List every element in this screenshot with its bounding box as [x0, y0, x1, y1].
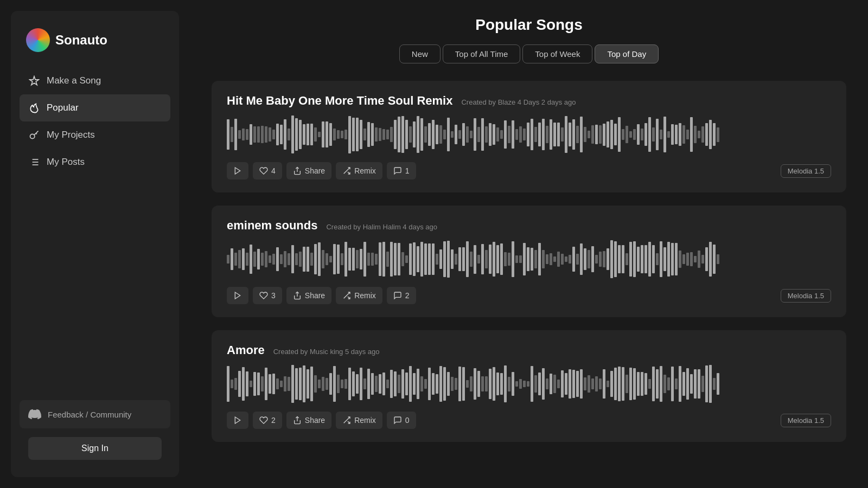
waveform-bar	[352, 248, 355, 270]
waveform-bar	[310, 124, 313, 145]
waveform-bar	[424, 243, 427, 275]
waveform-bar	[644, 245, 647, 273]
sign-in-button[interactable]: Sign In	[28, 437, 162, 460]
play-button[interactable]	[227, 287, 248, 304]
waveform-bar	[314, 375, 317, 393]
waveform-bar	[588, 375, 590, 393]
waveform[interactable]	[227, 240, 831, 278]
waveform-bar	[284, 251, 286, 267]
waveform-bar	[550, 253, 552, 265]
waveform-bar	[656, 253, 659, 265]
waveform-bar	[485, 250, 488, 268]
waveform-bar	[322, 121, 324, 147]
waveform-bar	[671, 367, 674, 401]
waveform-bar	[257, 249, 260, 270]
waveform-bar	[238, 250, 241, 269]
waveform-bar	[603, 369, 605, 399]
waveform-bar	[318, 242, 321, 275]
waveform-bar	[546, 254, 548, 264]
waveform-bar	[496, 127, 499, 142]
waveform-bar	[231, 127, 233, 142]
comment-button[interactable]: 1	[387, 162, 416, 179]
comment-button[interactable]: 2	[387, 287, 416, 304]
song-header: Hit Me Baby One More Time Soul Remix Cre…	[227, 94, 831, 108]
key-icon	[28, 129, 40, 141]
sidebar-item-my-projects[interactable]: My Projects	[20, 121, 170, 149]
waveform-bar	[538, 373, 541, 395]
like-button[interactable]: 3	[253, 287, 282, 304]
waveform-bar	[379, 128, 381, 141]
like-count: 3	[271, 291, 276, 300]
waveform-bar	[405, 255, 408, 264]
app-logo-icon	[26, 28, 50, 52]
waveform-bar	[705, 365, 708, 402]
waveform-bar	[519, 379, 522, 388]
tab-new[interactable]: New	[399, 44, 441, 63]
sidebar-item-popular[interactable]: Popular	[20, 94, 170, 121]
waveform-bar	[310, 367, 313, 401]
waveform-bar	[326, 378, 328, 390]
waveform-bar	[519, 126, 522, 143]
waveform-bar	[307, 124, 309, 146]
waveform-bar	[565, 116, 567, 153]
tab-top-day[interactable]: Top of Day	[595, 44, 659, 63]
share-button[interactable]: Share	[286, 162, 331, 179]
comment-icon	[393, 291, 402, 300]
remix-button[interactable]: Remix	[336, 162, 382, 179]
waveform-bar	[318, 380, 321, 388]
like-button[interactable]: 4	[253, 162, 282, 179]
tab-top-all-time[interactable]: Top of All Time	[443, 44, 521, 63]
play-button[interactable]	[227, 412, 248, 429]
feedback-community-button[interactable]: Feedback / Community	[20, 400, 170, 428]
comment-count: 0	[405, 416, 410, 425]
remix-icon	[342, 291, 351, 300]
waveform-bar	[401, 369, 404, 398]
waveform-bar	[470, 131, 473, 138]
waveform-bar	[713, 123, 716, 146]
main-content: Popular Songs NewTop of All TimeTop of W…	[190, 0, 868, 488]
waveform-bar	[682, 372, 685, 396]
remix-button[interactable]: Remix	[336, 412, 382, 429]
sidebar-item-make-song[interactable]: Make a Song	[20, 67, 170, 94]
waveform-bar	[527, 381, 529, 387]
remix-button[interactable]: Remix	[336, 287, 382, 304]
waveform-bar	[386, 380, 389, 388]
comment-icon	[393, 166, 402, 175]
waveform-bar	[637, 124, 640, 145]
waveform-bar	[375, 254, 378, 264]
waveform-bar	[493, 124, 495, 145]
waveform-bar	[481, 244, 484, 274]
waveform[interactable]	[227, 115, 831, 153]
song-title: eminem sounds	[227, 219, 317, 233]
share-button[interactable]: Share	[286, 412, 331, 429]
comment-button[interactable]: 0	[387, 412, 416, 429]
play-button[interactable]	[227, 162, 248, 179]
waveform-bar	[565, 256, 567, 262]
remix-icon	[342, 416, 351, 425]
waveform-bar	[675, 125, 678, 145]
waveform-bar	[705, 123, 708, 146]
waveform-bar	[641, 129, 643, 141]
waveform-bar	[534, 250, 537, 268]
waveform-bar	[500, 373, 503, 395]
waveform-bar	[341, 380, 343, 388]
waveform-bar	[637, 247, 640, 272]
waveform-bar	[629, 242, 632, 277]
waveform-bar	[356, 250, 359, 268]
waveform-bar	[447, 241, 450, 278]
waveform[interactable]	[227, 365, 831, 403]
waveform-bar	[436, 254, 438, 265]
tab-top-week[interactable]: Top of Week	[522, 44, 592, 63]
like-button[interactable]: 2	[253, 412, 282, 429]
waveform-bar	[496, 373, 499, 396]
sidebar-item-my-posts[interactable]: My Posts	[20, 149, 170, 176]
waveform-bar	[595, 125, 598, 144]
waveform-bar	[390, 127, 393, 143]
waveform-bar	[682, 254, 685, 264]
waveform-bar	[553, 256, 556, 262]
share-button[interactable]: Share	[286, 287, 331, 304]
waveform-bar	[386, 252, 389, 267]
waveform-bar	[527, 123, 529, 146]
waveform-bar	[356, 374, 359, 393]
play-icon	[233, 416, 242, 425]
